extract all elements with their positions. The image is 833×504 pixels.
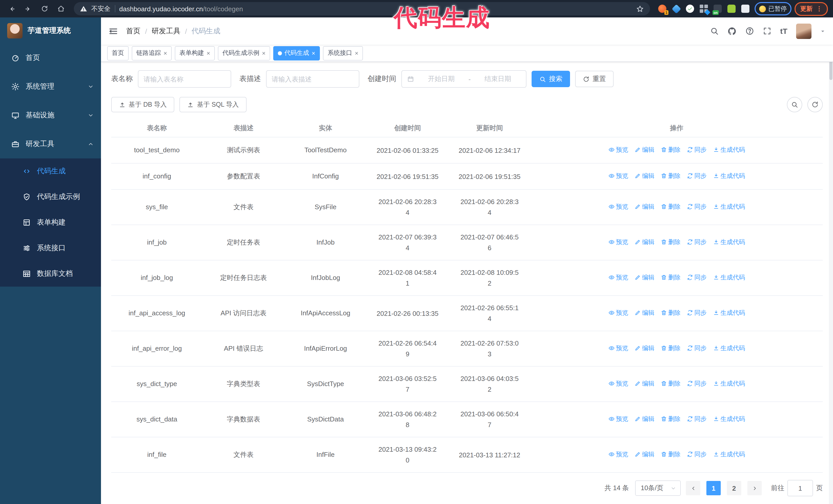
bookmark-star-icon[interactable]: [636, 5, 644, 13]
preview-link[interactable]: 预览: [608, 201, 628, 212]
edit-link[interactable]: 编辑: [634, 236, 654, 248]
avatar-caret-down-icon[interactable]: [820, 28, 825, 33]
extension-icon-proxy[interactable]: on: [714, 5, 722, 13]
delete-link[interactable]: 删除: [661, 272, 681, 283]
page-scrollbar[interactable]: [829, 18, 833, 504]
sync-link[interactable]: 同步: [687, 170, 707, 182]
close-icon[interactable]: ×: [164, 50, 167, 56]
breadcrumb-devtools[interactable]: 研发工具: [152, 26, 181, 35]
delete-link[interactable]: 删除: [661, 201, 681, 212]
sync-link[interactable]: 同步: [687, 342, 707, 354]
preview-link[interactable]: 预览: [608, 236, 628, 248]
preview-link[interactable]: 预览: [608, 144, 628, 155]
sync-link[interactable]: 同步: [687, 236, 707, 248]
browser-reload-button[interactable]: [38, 2, 51, 16]
search-button[interactable]: 搜索: [531, 71, 570, 87]
extension-icon-android[interactable]: [728, 5, 736, 13]
import-sql-button[interactable]: 基于 SQL 导入: [180, 97, 246, 112]
extension-icon-grid[interactable]: [700, 5, 708, 13]
edit-link[interactable]: 编辑: [634, 449, 654, 460]
help-doc-button[interactable]: [745, 27, 754, 35]
table-name-input[interactable]: [138, 70, 231, 88]
browser-forward-button[interactable]: [22, 2, 35, 16]
edit-link[interactable]: 编辑: [634, 307, 654, 318]
sync-link[interactable]: 同步: [687, 449, 707, 460]
edit-link[interactable]: 编辑: [634, 413, 654, 425]
page-button-2[interactable]: 2: [727, 481, 741, 495]
delete-link[interactable]: 删除: [661, 170, 681, 182]
preview-link[interactable]: 预览: [608, 170, 628, 182]
fullscreen-button[interactable]: [763, 27, 771, 35]
sync-link[interactable]: 同步: [687, 378, 707, 389]
paused-extension-pill[interactable]: 已暂停: [755, 2, 791, 16]
sidebar-item-db-doc[interactable]: 数据库文档: [0, 261, 101, 287]
breadcrumb-home[interactable]: 首页: [126, 26, 140, 35]
close-icon[interactable]: ×: [207, 50, 210, 56]
sidebar-item-infra[interactable]: 基础设施: [0, 101, 101, 130]
preview-link[interactable]: 预览: [608, 449, 628, 460]
sidebar-item-codegen-example[interactable]: 代码生成示例: [0, 184, 101, 210]
delete-link[interactable]: 删除: [661, 307, 681, 318]
edit-link[interactable]: 编辑: [634, 378, 654, 389]
generate-code-link[interactable]: 生成代码: [713, 170, 745, 182]
tab-trace[interactable]: 链路追踪×: [132, 46, 172, 60]
page-size-select[interactable]: 10条/页: [635, 480, 681, 496]
close-icon[interactable]: ×: [312, 50, 315, 56]
generate-code-link[interactable]: 生成代码: [713, 144, 745, 155]
sidebar-item-system-api[interactable]: 系统接口: [0, 235, 101, 261]
sidebar-item-devtools[interactable]: 研发工具: [0, 130, 101, 159]
prev-page-button[interactable]: [686, 481, 700, 495]
extension-icon-check[interactable]: [686, 5, 694, 13]
generate-code-link[interactable]: 生成代码: [713, 342, 745, 354]
generate-code-link[interactable]: 生成代码: [713, 272, 745, 283]
delete-link[interactable]: 删除: [661, 236, 681, 248]
address-bar[interactable]: 不安全 dashboard.yudao.iocoder.cn/tool/code…: [74, 2, 650, 16]
user-avatar[interactable]: [796, 23, 811, 39]
preview-link[interactable]: 预览: [608, 342, 628, 354]
preview-link[interactable]: 预览: [608, 413, 628, 425]
sidebar-item-home[interactable]: 首页: [0, 44, 101, 72]
sidebar-item-codegen[interactable]: 代码生成: [0, 159, 101, 184]
sidebar-item-form-builder[interactable]: 表单构建: [0, 210, 101, 235]
generate-code-link[interactable]: 生成代码: [713, 307, 745, 318]
browser-update-button[interactable]: 更新 ⋮: [794, 2, 828, 16]
browser-home-button[interactable]: [54, 2, 68, 16]
sidebar-item-system[interactable]: 系统管理: [0, 72, 101, 101]
page-button-1[interactable]: 1: [706, 481, 721, 495]
edit-link[interactable]: 编辑: [634, 272, 654, 283]
delete-link[interactable]: 删除: [661, 378, 681, 389]
show-search-toggle-button[interactable]: [787, 97, 802, 112]
generate-code-link[interactable]: 生成代码: [713, 413, 745, 425]
sync-link[interactable]: 同步: [687, 272, 707, 283]
end-date-placeholder[interactable]: 结束日期: [475, 74, 521, 83]
import-db-button[interactable]: 基于 DB 导入: [111, 97, 174, 112]
generate-code-link[interactable]: 生成代码: [713, 201, 745, 212]
preview-link[interactable]: 预览: [608, 272, 628, 283]
close-icon[interactable]: ×: [355, 50, 358, 56]
date-range-picker[interactable]: 开始日期 - 结束日期: [401, 70, 526, 88]
edit-link[interactable]: 编辑: [634, 201, 654, 212]
sidebar-collapse-button[interactable]: [109, 26, 118, 35]
close-icon[interactable]: ×: [262, 50, 265, 56]
delete-link[interactable]: 删除: [661, 449, 681, 460]
extension-icon-gem[interactable]: [672, 5, 680, 13]
browser-back-button[interactable]: [5, 2, 19, 16]
extension-icon-orange[interactable]: 1: [658, 5, 666, 13]
table-desc-input[interactable]: [266, 70, 359, 88]
delete-link[interactable]: 删除: [661, 413, 681, 425]
edit-link[interactable]: 编辑: [634, 170, 654, 182]
delete-link[interactable]: 删除: [661, 342, 681, 354]
tab-system-api[interactable]: 系统接口×: [323, 46, 363, 60]
sync-link[interactable]: 同步: [687, 201, 707, 212]
github-link-button[interactable]: [728, 26, 737, 35]
preview-link[interactable]: 预览: [608, 307, 628, 318]
refresh-table-button[interactable]: [807, 97, 823, 112]
delete-link[interactable]: 删除: [661, 144, 681, 155]
sync-link[interactable]: 同步: [687, 307, 707, 318]
edit-link[interactable]: 编辑: [634, 342, 654, 354]
generate-code-link[interactable]: 生成代码: [713, 449, 745, 460]
edit-link[interactable]: 编辑: [634, 144, 654, 155]
tab-form-builder[interactable]: 表单构建×: [175, 46, 215, 60]
sync-link[interactable]: 同步: [687, 144, 707, 155]
preview-link[interactable]: 预览: [608, 378, 628, 389]
